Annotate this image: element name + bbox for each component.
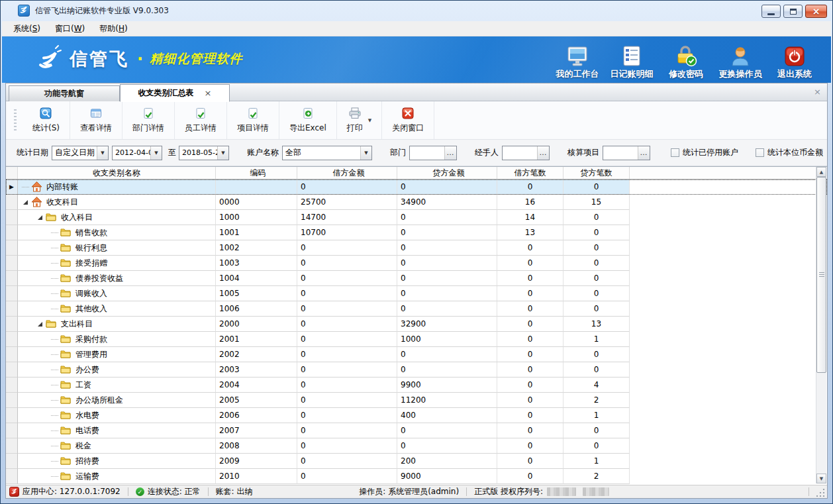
chevron-down-icon[interactable]: ▼ bbox=[360, 146, 371, 160]
department-detail-button[interactable]: 部门详情 bbox=[122, 101, 175, 139]
accounting-project-input[interactable]: … bbox=[603, 146, 650, 160]
table-row[interactable]: 水电费2006040001 bbox=[6, 408, 827, 423]
row-selector[interactable] bbox=[6, 454, 18, 469]
project-detail-button[interactable]: 项目详情 bbox=[227, 101, 279, 139]
tab-close-icon[interactable]: × bbox=[205, 88, 212, 98]
row-selector[interactable] bbox=[6, 408, 18, 423]
journal-detail-button[interactable]: 日记账明细 bbox=[605, 42, 659, 80]
row-selector[interactable] bbox=[6, 378, 18, 393]
table-row[interactable]: 收入科目1000147000140 bbox=[6, 210, 827, 225]
scroll-up-icon[interactable]: ▲ bbox=[816, 167, 826, 177]
tab-function-navigator[interactable]: 功能导航窗 bbox=[9, 85, 120, 101]
row-selector[interactable] bbox=[6, 347, 18, 362]
table-row[interactable]: 办公场所租金200501120002 bbox=[6, 393, 827, 408]
checkbox-icon[interactable] bbox=[756, 148, 764, 157]
table-row[interactable]: 招待费2009020001 bbox=[6, 454, 827, 469]
table-row[interactable]: 销售收款1001107000130 bbox=[6, 225, 827, 240]
expand-icon[interactable] bbox=[38, 322, 42, 327]
table-row[interactable]: 银行利息10020000 bbox=[6, 240, 827, 256]
table-row[interactable]: 电话费20070000 bbox=[6, 423, 827, 438]
ellipsis-picker-icon[interactable]: … bbox=[537, 146, 549, 160]
date-type-select[interactable]: 自定义日期 ▼ bbox=[52, 146, 109, 160]
scroll-down-icon[interactable]: ▼ bbox=[816, 474, 826, 483]
row-selector[interactable] bbox=[6, 362, 18, 378]
table-row[interactable]: 调账收入10050000 bbox=[6, 286, 827, 301]
date-to-input[interactable]: 2018-05-21 ▼ bbox=[179, 146, 229, 160]
close-button[interactable]: × bbox=[805, 5, 827, 18]
row-selector[interactable] bbox=[6, 438, 18, 454]
row-selector[interactable] bbox=[6, 286, 18, 301]
employee-detail-button[interactable]: 员工详情 bbox=[175, 101, 227, 139]
logo-swoosh-icon bbox=[35, 44, 64, 74]
row-selector[interactable] bbox=[6, 271, 18, 286]
minimize-button[interactable] bbox=[761, 5, 781, 18]
row-selector[interactable] bbox=[6, 469, 18, 484]
table-row[interactable]: 管理费用20020000 bbox=[6, 347, 827, 362]
row-selector[interactable] bbox=[6, 195, 18, 210]
column-header-category[interactable]: 收支类别名称 bbox=[18, 167, 216, 179]
view-detail-button[interactable]: 查看详情 bbox=[70, 101, 122, 139]
row-selector[interactable] bbox=[6, 423, 18, 438]
chevron-down-icon[interactable]: ▼ bbox=[97, 146, 108, 160]
close-window-button[interactable]: 关闭窗口 bbox=[382, 101, 434, 139]
row-selector[interactable] bbox=[6, 332, 18, 347]
table-row[interactable]: 支出科目2000032900013 bbox=[6, 317, 827, 332]
table-row[interactable]: 接受捐赠10030000 bbox=[6, 256, 827, 271]
tab-income-expense-summary[interactable]: 收支类别汇总表 × bbox=[120, 84, 230, 102]
row-selector[interactable] bbox=[6, 301, 18, 317]
row-selector[interactable] bbox=[6, 393, 18, 408]
maximize-button[interactable] bbox=[783, 5, 803, 18]
scrollbar-thumb[interactable] bbox=[816, 177, 826, 373]
expand-icon[interactable] bbox=[38, 215, 42, 220]
table-row[interactable]: 办公费20030000 bbox=[6, 362, 827, 378]
table-row[interactable]: 收支科目000025700349001615 bbox=[6, 195, 827, 210]
exit-system-button[interactable]: 退出系统 bbox=[767, 42, 822, 80]
menu-item[interactable]: 窗口(W) bbox=[48, 21, 92, 36]
table-row[interactable]: 其他收入10060000 bbox=[6, 301, 827, 317]
ellipsis-picker-icon[interactable]: … bbox=[444, 146, 456, 160]
chevron-down-icon[interactable]: ▼ bbox=[217, 146, 228, 160]
handler-input[interactable]: … bbox=[502, 146, 550, 160]
workbench-button[interactable]: 我的工作台 bbox=[550, 42, 605, 80]
column-header-credit-amount[interactable]: 贷方金额 bbox=[397, 167, 497, 179]
base-currency-amount-checkbox[interactable]: 统计本位币金额 bbox=[756, 147, 823, 158]
column-header-credit-count[interactable]: 贷方笔数 bbox=[564, 167, 630, 179]
menu-item[interactable]: 帮助(H) bbox=[92, 21, 134, 36]
row-selector[interactable] bbox=[6, 210, 18, 225]
date-from-input[interactable]: 2012-04-01 ▼ bbox=[112, 146, 162, 160]
checkbox-icon[interactable] bbox=[671, 148, 679, 157]
include-disabled-accounts-checkbox[interactable]: 统计已停用账户 bbox=[671, 147, 738, 158]
table-row[interactable]: ▶内部转账0000 bbox=[6, 179, 827, 195]
vertical-scrollbar[interactable]: ▲ ▼ bbox=[816, 167, 826, 483]
column-header-code[interactable]: 编码 bbox=[216, 167, 297, 179]
table-row[interactable]: 运输费20100900002 bbox=[6, 469, 827, 484]
table-row[interactable]: 债券投资收益10040000 bbox=[6, 271, 827, 286]
print-button[interactable]: 打印 ▼ bbox=[337, 101, 382, 139]
chevron-down-icon[interactable]: ▼ bbox=[150, 146, 162, 160]
row-selector[interactable]: ▶ bbox=[6, 179, 18, 195]
debit-amount-cell: 0 bbox=[297, 408, 397, 423]
row-selector[interactable] bbox=[6, 317, 18, 332]
print-dropdown-icon[interactable]: ▼ bbox=[368, 118, 371, 123]
department-input[interactable]: … bbox=[409, 146, 457, 160]
row-selector[interactable] bbox=[6, 256, 18, 271]
menu-item[interactable]: 系统(S) bbox=[6, 21, 48, 36]
account-name-select[interactable]: 全部 ▼ bbox=[282, 146, 372, 160]
change-password-button[interactable]: 修改密码 bbox=[659, 42, 713, 80]
toolbar-grip[interactable] bbox=[14, 109, 17, 131]
column-header-debit-count[interactable]: 借方笔数 bbox=[497, 167, 564, 179]
row-selector[interactable] bbox=[6, 225, 18, 240]
statistics-button[interactable]: 统计(S) bbox=[23, 101, 70, 139]
credit-count-cell: 0 bbox=[564, 271, 630, 286]
expand-icon[interactable] bbox=[23, 200, 28, 205]
ellipsis-picker-icon[interactable]: … bbox=[638, 146, 650, 160]
table-row[interactable]: 采购付款20010100001 bbox=[6, 332, 827, 347]
row-selector[interactable] bbox=[6, 240, 18, 256]
tabbar-close-icon[interactable]: × bbox=[814, 87, 821, 97]
resize-grip-icon[interactable] bbox=[816, 489, 825, 497]
table-row[interactable]: 工资20040990004 bbox=[6, 378, 827, 393]
column-header-debit-amount[interactable]: 借方金额 bbox=[297, 167, 397, 179]
export-excel-button[interactable]: 导出Excel bbox=[279, 101, 337, 139]
switch-operator-button[interactable]: 更换操作员 bbox=[713, 42, 767, 80]
table-row[interactable]: 税金20080000 bbox=[6, 438, 827, 454]
